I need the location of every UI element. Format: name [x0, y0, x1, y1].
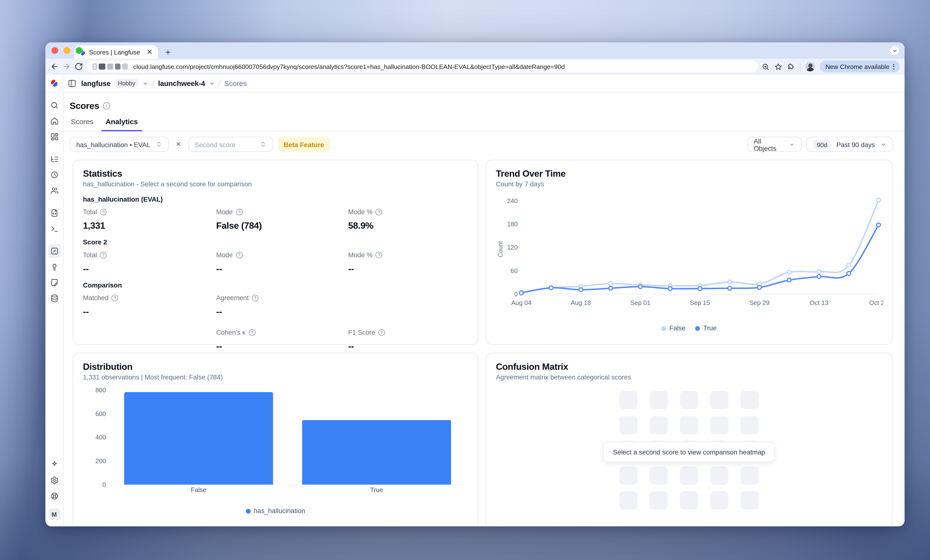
sidebar-item-datasets[interactable] [48, 292, 61, 305]
stat-section-heading: has_hallucination (EVAL) [83, 196, 468, 203]
minimize-window-button[interactable] [64, 47, 71, 54]
help-icon[interactable]: ? [248, 329, 255, 336]
trend-subtitle: Count by 7 days [496, 180, 882, 187]
browser-menu-icon[interactable] [893, 64, 895, 69]
browser-tab[interactable]: Scores | Langfuse ✕ [74, 46, 158, 59]
object-type-select[interactable]: All Objects [747, 137, 802, 152]
url-bar[interactable]: cloud.langfuse.com/project/cmhnuoj660007… [87, 60, 758, 73]
sidebar-item-settings[interactable] [48, 474, 61, 487]
stat-value: -- [216, 341, 348, 351]
back-icon[interactable] [50, 63, 59, 71]
score1-select[interactable]: has_hallucination • EVAL [70, 137, 169, 152]
chevron-down-icon[interactable] [208, 80, 215, 86]
stat-value: 1,331 [83, 220, 216, 231]
chrome-update-label: New Chrome available [825, 63, 889, 70]
help-icon[interactable]: ? [236, 209, 243, 215]
object-type-value: All Objects [754, 137, 784, 152]
sidebar-item-tracing[interactable] [48, 152, 61, 166]
forward-icon[interactable] [63, 63, 71, 71]
sidebar-item-dashboards[interactable] [48, 130, 61, 144]
tab-scores[interactable]: Scores [71, 117, 94, 131]
heatmap-placeholder-cell [710, 416, 728, 434]
sidebar-item-playground[interactable] [48, 222, 61, 235]
svg-text:False: False [191, 486, 206, 493]
date-range-value: Past 90 days [836, 141, 875, 148]
insights-icon [50, 262, 59, 271]
clear-score1-button[interactable]: ✕ [174, 140, 183, 148]
chrome-update-chip[interactable]: New Chrome available [820, 60, 900, 73]
profile-avatar[interactable] [805, 62, 815, 71]
help-icon[interactable]: ? [100, 252, 107, 258]
help-icon[interactable]: ? [252, 294, 259, 301]
heatmap-placeholder-cell [650, 491, 668, 509]
stat-label: Agreement [216, 294, 249, 301]
heatmap-placeholder-cell [680, 391, 698, 409]
help-icon[interactable]: ? [376, 209, 382, 215]
info-icon[interactable]: i [103, 102, 110, 109]
heatmap-placeholder-cell [680, 466, 698, 484]
new-tab-button[interactable]: + [165, 47, 171, 57]
settings-icon [50, 476, 59, 485]
distribution-card: Distribution 1,331 observations | Most f… [73, 353, 478, 526]
confusion-matrix-title: Confusion Matrix [496, 361, 882, 372]
extensions-icon[interactable] [787, 63, 795, 71]
toolbar-divider [800, 63, 801, 71]
trend-card: Trend Over Time Count by 7 days 06012018… [486, 160, 893, 345]
heatmap-placeholder-cell [650, 416, 668, 434]
tab-close-icon[interactable]: ✕ [145, 48, 154, 56]
sidebar-item-sessions[interactable] [48, 168, 61, 181]
statistics-title: Statistics [83, 168, 468, 179]
user-avatar[interactable]: M [48, 508, 60, 520]
score2-select[interactable]: Second score [188, 137, 273, 152]
sidebar-item-search[interactable] [48, 99, 61, 112]
breadcrumb-org[interactable]: langfuse [81, 79, 111, 87]
support-icon [50, 492, 59, 500]
sidebar-item-home[interactable] [48, 115, 61, 128]
tab-analytics[interactable]: Analytics [106, 117, 138, 131]
chevron-down-icon [789, 141, 795, 147]
statistics-subtitle: has_hallucination - Select a second scor… [83, 180, 468, 187]
tab-search-button[interactable] [890, 46, 899, 55]
svg-text:60: 60 [511, 267, 517, 275]
sidebar-item-scores[interactable] [48, 244, 61, 258]
sidebar-item-updates[interactable] [48, 458, 61, 471]
stat-cell: Matched?-- [83, 294, 216, 316]
sidebar-item-annotation[interactable] [48, 276, 61, 289]
sidebar-item-prompts[interactable] [48, 206, 61, 220]
heatmap-placeholder-cell [680, 416, 698, 434]
svg-text:600: 600 [95, 410, 106, 417]
stat-cell: F1 Score?-- [348, 328, 468, 351]
sidebar-item-insights[interactable] [48, 260, 61, 273]
breadcrumb-project[interactable]: launchweek-4 [158, 79, 205, 87]
zoom-icon[interactable] [762, 63, 770, 71]
bookmark-star-icon[interactable] [774, 63, 782, 71]
beta-feature-badge: Beta Feature [277, 137, 330, 152]
svg-text:120: 120 [507, 244, 518, 251]
date-range-badge: 90d [813, 140, 831, 149]
sidebar-item-support[interactable] [48, 489, 61, 503]
stat-cell: Total?1,331 [83, 208, 216, 231]
heatmap-placeholder-cell [619, 391, 638, 409]
sidebar-item-users[interactable] [48, 184, 61, 197]
help-icon[interactable]: ? [100, 209, 107, 215]
filter-bar: has_hallucination • EVAL ✕ Second score … [64, 131, 905, 152]
zoom-window-button[interactable] [76, 47, 83, 54]
svg-text:Aug 04: Aug 04 [511, 299, 531, 306]
sidebar-toggle-icon[interactable] [68, 79, 76, 87]
help-icon[interactable]: ? [112, 294, 119, 301]
help-icon[interactable]: ? [378, 329, 385, 336]
close-window-button[interactable] [52, 47, 59, 54]
sidebar-rail: M [46, 93, 64, 526]
stat-value: -- [83, 306, 216, 316]
svg-text:400: 400 [95, 434, 106, 441]
stat-label: Mode % [348, 251, 373, 258]
stat-cell: Mode %?58.9% [348, 208, 468, 231]
chevron-down-icon[interactable] [143, 80, 149, 86]
date-range-select[interactable]: 90d Past 90 days [807, 137, 893, 152]
updates-icon [50, 460, 59, 469]
reload-icon[interactable] [75, 63, 83, 71]
page-title: Scores [70, 100, 99, 111]
help-icon[interactable]: ? [236, 252, 243, 258]
svg-text:Count: Count [497, 241, 504, 258]
help-icon[interactable]: ? [376, 252, 382, 258]
